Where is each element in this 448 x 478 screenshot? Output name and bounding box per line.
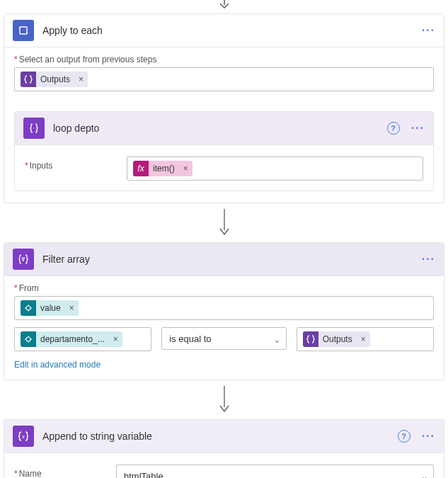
apply-to-each-header[interactable]: Apply to each ···: [4, 14, 444, 47]
outputs-token[interactable]: Outputs ×: [303, 331, 370, 347]
scope-icon: [23, 118, 45, 139]
append-string-title: Append to string variable: [42, 431, 398, 442]
dynamic-content-icon: [21, 331, 36, 347]
fx-icon: fx: [133, 161, 149, 176]
apply-to-each-title: Apply to each: [42, 25, 422, 36]
departamento-token[interactable]: departamento_... ×: [21, 331, 122, 347]
value-token[interactable]: value ×: [21, 300, 79, 316]
apply-to-each-menu[interactable]: ···: [422, 24, 435, 37]
loop-depto-header[interactable]: loop depto ? ···: [15, 112, 433, 145]
foreach-icon: [13, 20, 34, 41]
svg-point-3: [26, 337, 30, 341]
advanced-mode-link[interactable]: Edit in advanced mode: [14, 360, 434, 370]
svg-point-0: [33, 127, 34, 128]
loop-depto-card: loop depto ? ··· *Inputs fx item() ×: [14, 111, 434, 191]
loop-depto-menu[interactable]: ···: [411, 122, 425, 135]
flow-entry-arrow: [4, 0, 444, 13]
svg-text:x: x: [21, 433, 25, 440]
remove-token[interactable]: ×: [65, 300, 79, 316]
flow-arrow: [4, 380, 444, 419]
braces-icon: [21, 72, 36, 87]
loop-depto-title: loop depto: [53, 123, 387, 134]
help-button[interactable]: ?: [387, 122, 400, 135]
help-button[interactable]: ?: [398, 430, 410, 443]
remove-token[interactable]: ×: [179, 161, 193, 176]
inputs-label: *Inputs: [25, 157, 117, 171]
from-label: *From: [14, 283, 434, 293]
filter-operator-select[interactable]: is equal to ⌄: [161, 327, 286, 351]
filter-array-menu[interactable]: ···: [422, 253, 435, 266]
braces-icon: [303, 331, 318, 347]
filter-right-operand[interactable]: Outputs ×: [297, 327, 434, 351]
append-string-header[interactable]: x Append to string variable ? ···: [4, 420, 444, 453]
outputs-token[interactable]: Outputs ×: [21, 72, 88, 87]
filter-icon: [13, 249, 34, 270]
filter-array-title: Filter array: [42, 254, 422, 265]
name-select[interactable]: htmlTable ⌄: [116, 465, 434, 478]
filter-array-header[interactable]: Filter array ···: [4, 243, 444, 276]
append-string-card: x Append to string variable ? ··· *Name …: [4, 419, 444, 478]
name-label: *Name: [14, 465, 106, 478]
dynamic-content-icon: [21, 300, 36, 316]
svg-point-2: [26, 306, 30, 310]
flow-arrow: [4, 203, 444, 242]
remove-token[interactable]: ×: [74, 72, 88, 87]
select-output-label: *Select an output from previous steps: [14, 55, 434, 64]
filter-left-operand[interactable]: departamento_... ×: [14, 327, 151, 351]
variable-icon: x: [13, 426, 34, 447]
remove-token[interactable]: ×: [109, 331, 122, 347]
inputs-field[interactable]: fx item() ×: [127, 157, 423, 181]
apply-to-each-card: Apply to each ··· *Select an output from…: [4, 13, 444, 203]
select-output-input[interactable]: Outputs ×: [14, 67, 434, 91]
item-token[interactable]: fx item() ×: [133, 161, 193, 176]
remove-token[interactable]: ×: [357, 331, 370, 347]
from-field[interactable]: value ×: [14, 296, 434, 320]
filter-array-card: Filter array ··· *From value ×: [4, 242, 444, 380]
append-string-menu[interactable]: ···: [422, 430, 435, 443]
